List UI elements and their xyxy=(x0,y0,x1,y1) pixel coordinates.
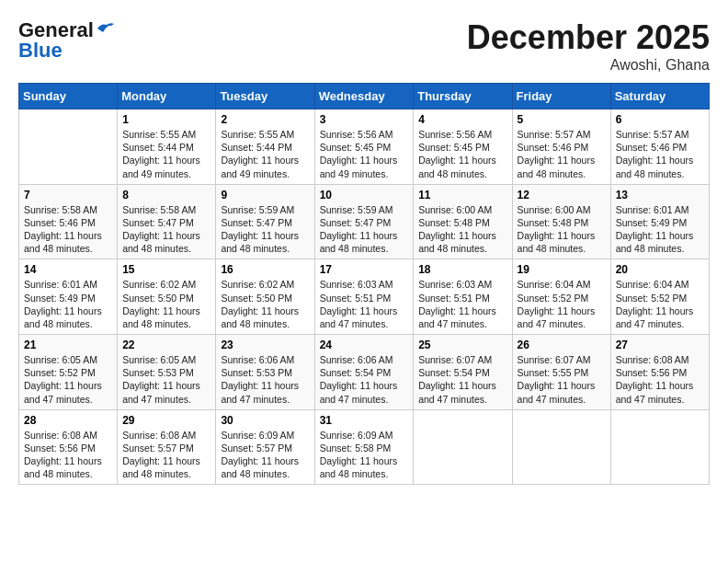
calendar-cell: 31Sunrise: 6:09 AMSunset: 5:58 PMDayligh… xyxy=(314,409,414,485)
weekday-header: Thursday xyxy=(414,84,512,109)
day-number: 31 xyxy=(320,414,409,427)
day-number: 4 xyxy=(418,113,506,126)
weekday-header: Wednesday xyxy=(314,84,414,109)
calendar-cell: 30Sunrise: 6:09 AMSunset: 5:57 PMDayligh… xyxy=(216,409,314,485)
calendar-week-row: 1Sunrise: 5:55 AMSunset: 5:44 PMDaylight… xyxy=(19,109,710,185)
day-number: 6 xyxy=(616,113,704,126)
cell-info: Sunrise: 5:56 AMSunset: 5:45 PMDaylight:… xyxy=(418,128,506,180)
cell-info: Sunrise: 6:05 AMSunset: 5:53 PMDaylight:… xyxy=(122,353,210,406)
cell-info: Sunrise: 6:06 AMSunset: 5:53 PMDaylight:… xyxy=(221,353,309,406)
calendar-week-row: 7Sunrise: 5:58 AMSunset: 5:46 PMDaylight… xyxy=(19,184,710,259)
calendar-cell: 4Sunrise: 5:56 AMSunset: 5:45 PMDaylight… xyxy=(414,109,512,185)
day-number: 29 xyxy=(122,414,210,427)
calendar-cell: 16Sunrise: 6:02 AMSunset: 5:50 PMDayligh… xyxy=(216,259,314,335)
calendar-cell: 10Sunrise: 5:59 AMSunset: 5:47 PMDayligh… xyxy=(314,184,414,259)
cell-info: Sunrise: 6:08 AMSunset: 5:57 PMDaylight:… xyxy=(122,429,210,481)
calendar-cell: 9Sunrise: 5:59 AMSunset: 5:47 PMDaylight… xyxy=(216,184,314,259)
calendar-cell: 19Sunrise: 6:04 AMSunset: 5:52 PMDayligh… xyxy=(512,259,610,335)
cell-info: Sunrise: 6:03 AMSunset: 5:51 PMDaylight:… xyxy=(418,278,506,330)
day-number: 28 xyxy=(24,414,112,427)
calendar-cell: 7Sunrise: 5:58 AMSunset: 5:46 PMDaylight… xyxy=(19,184,118,259)
calendar-cell: 23Sunrise: 6:06 AMSunset: 5:53 PMDayligh… xyxy=(216,335,314,410)
cell-info: Sunrise: 6:04 AMSunset: 5:52 PMDaylight:… xyxy=(518,278,606,330)
weekday-header: Sunday xyxy=(19,84,118,109)
day-number: 20 xyxy=(616,263,704,276)
day-number: 14 xyxy=(24,263,112,276)
day-number: 19 xyxy=(518,263,606,276)
calendar-cell: 22Sunrise: 6:05 AMSunset: 5:53 PMDayligh… xyxy=(118,335,216,410)
cell-info: Sunrise: 6:06 AMSunset: 5:54 PMDaylight:… xyxy=(320,353,409,406)
logo-bird-icon xyxy=(96,21,116,36)
cell-info: Sunrise: 5:55 AMSunset: 5:44 PMDaylight:… xyxy=(122,128,210,180)
cell-info: Sunrise: 5:58 AMSunset: 5:47 PMDaylight:… xyxy=(122,203,210,256)
calendar-cell: 1Sunrise: 5:55 AMSunset: 5:44 PMDaylight… xyxy=(118,109,216,185)
day-number: 10 xyxy=(320,189,409,201)
cell-info: Sunrise: 5:55 AMSunset: 5:44 PMDaylight:… xyxy=(221,128,309,180)
day-number: 26 xyxy=(518,339,606,351)
cell-info: Sunrise: 6:07 AMSunset: 5:55 PMDaylight:… xyxy=(518,353,606,406)
weekday-header: Friday xyxy=(512,84,610,109)
location: Awoshi, Ghana xyxy=(467,57,710,74)
calendar-week-row: 21Sunrise: 6:05 AMSunset: 5:52 PMDayligh… xyxy=(19,335,710,410)
day-number: 7 xyxy=(24,189,112,201)
calendar-cell: 25Sunrise: 6:07 AMSunset: 5:54 PMDayligh… xyxy=(414,335,512,410)
cell-info: Sunrise: 5:58 AMSunset: 5:46 PMDaylight:… xyxy=(24,203,112,256)
day-number: 16 xyxy=(221,263,309,276)
weekday-header: Tuesday xyxy=(216,84,314,109)
day-number: 9 xyxy=(221,189,309,201)
page-header: General Blue December 2025 Awoshi, Ghana xyxy=(18,18,710,74)
calendar-cell: 26Sunrise: 6:07 AMSunset: 5:55 PMDayligh… xyxy=(512,335,610,410)
cell-info: Sunrise: 6:02 AMSunset: 5:50 PMDaylight:… xyxy=(122,278,210,330)
day-number: 3 xyxy=(320,113,409,126)
calendar-cell: 14Sunrise: 6:01 AMSunset: 5:49 PMDayligh… xyxy=(19,259,118,335)
calendar-week-row: 14Sunrise: 6:01 AMSunset: 5:49 PMDayligh… xyxy=(19,259,710,335)
day-number: 17 xyxy=(320,263,409,276)
day-number: 24 xyxy=(320,339,409,351)
day-number: 27 xyxy=(616,339,704,351)
month-title: December 2025 xyxy=(467,18,710,57)
cell-info: Sunrise: 5:56 AMSunset: 5:45 PMDaylight:… xyxy=(320,128,409,180)
cell-info: Sunrise: 6:02 AMSunset: 5:50 PMDaylight:… xyxy=(221,278,309,330)
day-number: 22 xyxy=(122,339,210,351)
calendar-cell: 29Sunrise: 6:08 AMSunset: 5:57 PMDayligh… xyxy=(118,409,216,485)
day-number: 30 xyxy=(221,414,309,427)
day-number: 23 xyxy=(221,339,309,351)
cell-info: Sunrise: 5:59 AMSunset: 5:47 PMDaylight:… xyxy=(320,203,409,256)
calendar-cell xyxy=(610,409,709,485)
calendar-cell xyxy=(414,409,512,485)
weekday-header: Monday xyxy=(118,84,216,109)
day-number: 12 xyxy=(518,189,606,201)
calendar-cell: 13Sunrise: 6:01 AMSunset: 5:49 PMDayligh… xyxy=(610,184,709,259)
calendar-cell: 27Sunrise: 6:08 AMSunset: 5:56 PMDayligh… xyxy=(610,335,709,410)
calendar-cell: 17Sunrise: 6:03 AMSunset: 5:51 PMDayligh… xyxy=(314,259,414,335)
logo-blue: Blue xyxy=(18,39,63,63)
cell-info: Sunrise: 6:05 AMSunset: 5:52 PMDaylight:… xyxy=(24,353,112,406)
calendar-cell: 5Sunrise: 5:57 AMSunset: 5:46 PMDaylight… xyxy=(512,109,610,185)
day-number: 2 xyxy=(221,113,309,126)
calendar-cell: 18Sunrise: 6:03 AMSunset: 5:51 PMDayligh… xyxy=(414,259,512,335)
day-number: 5 xyxy=(518,113,606,126)
calendar-cell: 21Sunrise: 6:05 AMSunset: 5:52 PMDayligh… xyxy=(19,335,118,410)
logo: General Blue xyxy=(18,18,116,63)
cell-info: Sunrise: 6:03 AMSunset: 5:51 PMDaylight:… xyxy=(320,278,409,330)
calendar-week-row: 28Sunrise: 6:08 AMSunset: 5:56 PMDayligh… xyxy=(19,409,710,485)
title-area: December 2025 Awoshi, Ghana xyxy=(467,18,710,74)
day-number: 18 xyxy=(418,263,506,276)
cell-info: Sunrise: 6:01 AMSunset: 5:49 PMDaylight:… xyxy=(616,203,704,256)
calendar-cell: 12Sunrise: 6:00 AMSunset: 5:48 PMDayligh… xyxy=(512,184,610,259)
cell-info: Sunrise: 6:00 AMSunset: 5:48 PMDaylight:… xyxy=(418,203,506,256)
cell-info: Sunrise: 5:57 AMSunset: 5:46 PMDaylight:… xyxy=(616,128,704,180)
calendar-cell: 15Sunrise: 6:02 AMSunset: 5:50 PMDayligh… xyxy=(118,259,216,335)
calendar-cell: 3Sunrise: 5:56 AMSunset: 5:45 PMDaylight… xyxy=(314,109,414,185)
cell-info: Sunrise: 6:09 AMSunset: 5:57 PMDaylight:… xyxy=(221,429,309,481)
calendar-table: SundayMondayTuesdayWednesdayThursdayFrid… xyxy=(18,83,710,485)
day-number: 25 xyxy=(418,339,506,351)
day-number: 8 xyxy=(122,189,210,201)
day-number: 1 xyxy=(122,113,210,126)
calendar-cell: 2Sunrise: 5:55 AMSunset: 5:44 PMDaylight… xyxy=(216,109,314,185)
weekday-header: Saturday xyxy=(610,84,709,109)
calendar-header-row: SundayMondayTuesdayWednesdayThursdayFrid… xyxy=(19,84,710,109)
day-number: 11 xyxy=(418,189,506,201)
calendar-cell: 11Sunrise: 6:00 AMSunset: 5:48 PMDayligh… xyxy=(414,184,512,259)
day-number: 21 xyxy=(24,339,112,351)
